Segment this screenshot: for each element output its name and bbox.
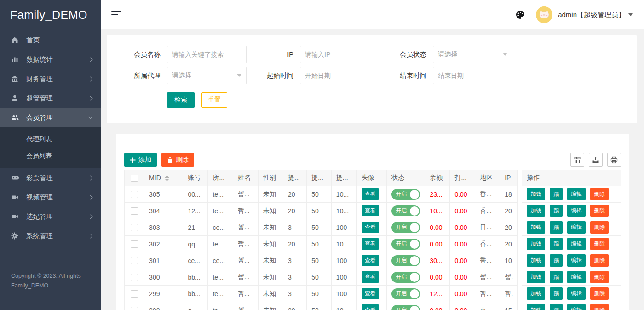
kick-button[interactable]: 踢	[550, 254, 563, 267]
row-checkbox[interactable]	[131, 274, 138, 281]
search-button[interactable]: 检索	[167, 92, 195, 108]
cell-t1: 20	[283, 203, 307, 219]
sidebar-item-finance[interactable]: 财务管理	[0, 69, 101, 88]
kick-button[interactable]: 踢	[550, 287, 563, 300]
menu-toggle-icon[interactable]	[111, 11, 122, 19]
sidebar-item-home[interactable]: 首页	[0, 30, 101, 50]
sidebar-item-statistics[interactable]: 数据统计	[0, 50, 101, 69]
agent-select[interactable]: 请选择	[167, 67, 247, 84]
view-avatar-button[interactable]: 查看	[362, 222, 379, 233]
view-avatar-button[interactable]: 查看	[362, 238, 379, 250]
delete-row-button[interactable]: 删除	[590, 304, 609, 310]
select-all-checkbox[interactable]	[131, 175, 138, 182]
member-table-operations: 操作 加钱踢编辑删除加钱踢编辑删除加钱踢编辑删除加钱踢编辑删除加钱踢编辑删除加钱…	[522, 170, 621, 310]
avatar[interactable]	[536, 6, 552, 23]
delete-row-button[interactable]: 删除	[590, 254, 609, 267]
sidebar-item-system[interactable]: 系统管理	[0, 226, 101, 246]
delete-row-button[interactable]: 删除	[590, 238, 609, 250]
sidebar-subitem-member-list[interactable]: 会员列表	[0, 147, 101, 164]
add-button[interactable]: 添加	[124, 153, 157, 167]
sidebar-item-members[interactable]: 会员管理	[0, 108, 101, 127]
sidebar-item-concubine[interactable]: 选妃管理	[0, 207, 101, 226]
row-checkbox[interactable]	[131, 240, 138, 248]
sort-icon[interactable]	[165, 175, 169, 181]
column-header: 所...	[208, 170, 233, 186]
view-avatar-button[interactable]: 查看	[362, 188, 379, 200]
print-icon[interactable]	[607, 153, 621, 167]
palette-icon[interactable]	[515, 9, 526, 20]
status-toggle[interactable]: 开启	[391, 305, 420, 310]
edit-button[interactable]: 编辑	[567, 304, 586, 310]
row-checkbox[interactable]	[131, 207, 138, 215]
edit-button[interactable]: 编辑	[567, 287, 586, 300]
row-checkbox[interactable]	[131, 257, 138, 264]
reset-button[interactable]: 重置	[201, 92, 227, 108]
row-checkbox[interactable]	[131, 307, 138, 310]
status-toggle[interactable]: 开启	[391, 255, 420, 266]
add-money-button[interactable]: 加钱	[527, 254, 545, 267]
view-avatar-button[interactable]: 查看	[362, 255, 379, 266]
edit-button[interactable]: 编辑	[567, 271, 586, 283]
add-money-button[interactable]: 加钱	[527, 287, 545, 300]
row-checkbox[interactable]	[131, 224, 138, 231]
delete-row-button[interactable]: 删除	[590, 271, 609, 283]
row-checkbox[interactable]	[131, 191, 138, 198]
end-date-input[interactable]	[433, 67, 512, 84]
edit-button[interactable]: 编辑	[567, 188, 586, 200]
status-toggle[interactable]: 开启	[391, 272, 420, 283]
delete-row-button[interactable]: 删除	[590, 221, 609, 234]
delete-row-button[interactable]: 删除	[590, 188, 609, 200]
kick-button[interactable]: 踢	[550, 221, 563, 234]
sidebar-subitem-agent-list[interactable]: 代理列表	[0, 131, 101, 147]
member-status-select[interactable]: 请选择	[433, 46, 512, 63]
cell-account: 21	[183, 219, 208, 236]
start-date-input[interactable]	[300, 67, 380, 84]
add-money-button[interactable]: 加钱	[527, 221, 545, 234]
status-toggle[interactable]: 开启	[391, 222, 420, 233]
user-menu[interactable]: admin【超级管理员】	[558, 11, 633, 19]
sidebar-item-superadmin[interactable]: 超管管理	[0, 88, 101, 108]
admin-user-icon	[11, 94, 20, 102]
edit-button[interactable]: 编辑	[567, 205, 586, 217]
ip-input[interactable]	[300, 46, 380, 63]
status-toggle[interactable]: 开启	[391, 189, 420, 200]
view-avatar-button[interactable]: 查看	[362, 271, 379, 283]
kick-button[interactable]: 踢	[550, 188, 563, 200]
member-row-actions: 加钱踢编辑删除	[522, 203, 621, 219]
add-money-button[interactable]: 加钱	[527, 238, 545, 250]
add-money-button[interactable]: 加钱	[527, 304, 545, 310]
edit-button[interactable]: 编辑	[567, 238, 586, 250]
sidebar-item-label: 系统管理	[26, 232, 53, 240]
delete-row-button[interactable]: 删除	[590, 205, 609, 217]
kick-button[interactable]: 踢	[550, 304, 563, 310]
status-toggle-label: 开启	[396, 290, 407, 298]
view-avatar-button[interactable]: 查看	[362, 288, 379, 299]
add-money-button[interactable]: 加钱	[527, 271, 545, 283]
row-select-cell	[125, 269, 144, 286]
add-money-button[interactable]: 加钱	[527, 205, 545, 217]
add-money-button[interactable]: 加钱	[527, 188, 545, 200]
status-toggle[interactable]: 开启	[391, 239, 420, 250]
status-toggle[interactable]: 开启	[391, 205, 420, 216]
cell-mid: 305	[144, 186, 183, 203]
column-header-label: MID	[149, 174, 161, 181]
edit-button[interactable]: 编辑	[567, 254, 586, 267]
row-checkbox[interactable]	[131, 290, 138, 298]
kick-button[interactable]: 踢	[550, 238, 563, 250]
edit-button[interactable]: 编辑	[567, 221, 586, 234]
delete-selected-button[interactable]: 删除	[161, 153, 194, 167]
view-avatar-button[interactable]: 查看	[362, 205, 379, 216]
member-row: 302qq...te...暂...未知205010...查看开启0.000.00…	[125, 236, 518, 252]
cell-name: 暂...	[233, 219, 259, 236]
filter-columns-icon[interactable]	[570, 153, 584, 167]
field-label: 会员名称	[128, 50, 161, 59]
sidebar-item-video[interactable]: 视频管理	[0, 187, 101, 207]
delete-row-button[interactable]: 删除	[590, 287, 609, 300]
kick-button[interactable]: 踢	[550, 205, 563, 217]
export-icon[interactable]	[589, 153, 603, 167]
member-name-input[interactable]	[167, 46, 247, 63]
status-toggle[interactable]: 开启	[391, 288, 420, 299]
kick-button[interactable]: 踢	[550, 271, 563, 283]
view-avatar-button[interactable]: 查看	[362, 304, 379, 310]
sidebar-item-lottery[interactable]: 彩票管理	[0, 168, 101, 187]
